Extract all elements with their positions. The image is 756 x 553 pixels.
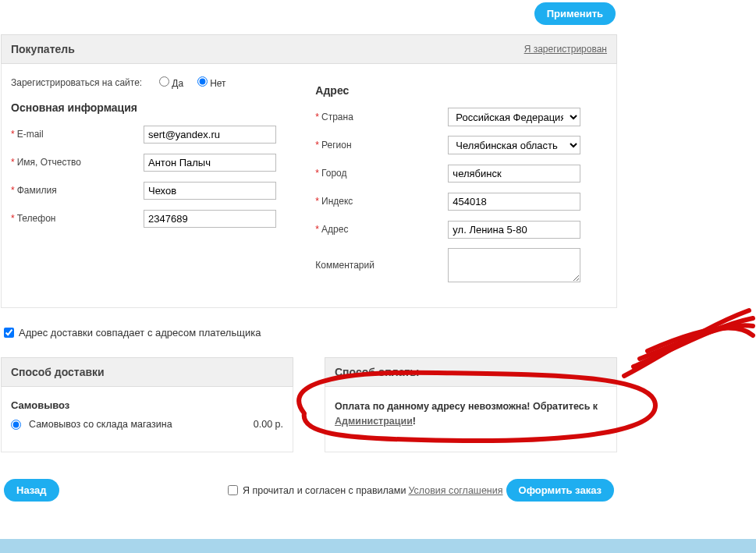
buyer-panel: Зарегистрироваться на сайте: Да Нет Осно… (1, 64, 617, 308)
city-input[interactable] (448, 165, 580, 183)
back-button[interactable]: Назад (4, 479, 59, 502)
comment-textarea[interactable] (448, 248, 580, 282)
payment-error-message: Оплата по данному адресу невозможна! Обр… (335, 399, 607, 429)
agree-text: Я прочитал и согласен с правилами (243, 485, 406, 496)
same-address-row[interactable]: Адрес доставки совпадает с адресом плате… (1, 308, 755, 342)
name-label: Имя, Отчество (17, 157, 81, 168)
address-input[interactable] (448, 221, 580, 239)
pickup-option-label: Самовывоз со склада магазина (29, 419, 172, 430)
register-yes-radio[interactable] (159, 76, 169, 87)
terms-link[interactable]: Условия соглашения (408, 485, 502, 496)
pickup-price: 0.00 р. (254, 419, 283, 430)
index-input[interactable] (448, 193, 580, 211)
phone-input[interactable] (144, 210, 276, 228)
comment-label: Комментарий (315, 260, 374, 271)
address-label: Адрес (321, 224, 348, 235)
email-label: E-mail (17, 129, 44, 140)
register-yes-option[interactable]: Да (159, 78, 183, 89)
same-address-checkbox[interactable] (4, 328, 14, 338)
buyer-section-header: Покупатель Я зарегистрирован (1, 34, 617, 64)
buyer-title: Покупатель (11, 43, 75, 55)
pickup-radio[interactable] (11, 420, 21, 430)
submit-order-button[interactable]: Оформить заказ (506, 479, 614, 502)
apply-button[interactable]: Применить (534, 2, 616, 25)
admin-link[interactable]: Администрации (335, 416, 413, 427)
surname-input[interactable] (144, 182, 276, 200)
index-label: Индекс (321, 196, 353, 207)
surname-label: Фамилия (17, 185, 57, 196)
same-address-label: Адрес доставки совпадает с адресом плате… (19, 327, 261, 339)
register-label: Зарегистрироваться на сайте: (11, 77, 159, 88)
delivery-panel: Самовывоз Самовывоз со склада магазина 0… (1, 387, 293, 452)
registered-link[interactable]: Я зарегистрирован (524, 44, 607, 55)
register-no-radio[interactable] (197, 76, 208, 87)
address-heading: Адрес (315, 84, 607, 97)
country-label: Страна (321, 112, 353, 122)
agree-checkbox[interactable] (228, 485, 238, 495)
payment-panel: Оплата по данному адресу невозможна! Обр… (325, 387, 617, 452)
region-label: Регион (321, 140, 352, 151)
main-info-heading: Основная информация (11, 101, 303, 114)
email-input[interactable] (144, 126, 276, 144)
footer: Информация Поддержка Дополнительно Личны… (0, 539, 756, 553)
region-select[interactable]: Челябинская область (448, 136, 580, 154)
city-label: Город (321, 168, 346, 179)
payment-section-header: Способ оплаты (325, 357, 617, 387)
phone-label: Телефон (17, 213, 56, 224)
country-select[interactable]: Российская Федерация (448, 108, 580, 126)
name-input[interactable] (144, 154, 276, 172)
pickup-title: Самовывоз (11, 399, 283, 411)
register-no-option[interactable]: Нет (197, 78, 226, 89)
delivery-section-header: Способ доставки (1, 357, 293, 387)
